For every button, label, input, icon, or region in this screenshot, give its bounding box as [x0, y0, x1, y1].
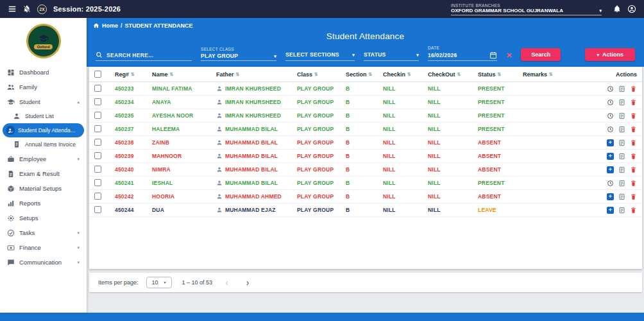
sidebar-item-tasks[interactable]: Tasks▾ [0, 225, 87, 240]
remarks-icon[interactable] [618, 112, 625, 119]
remarks-icon[interactable] [618, 153, 625, 160]
sidebar-item-student[interactable]: Student▴ [0, 94, 87, 109]
calendar-icon[interactable] [489, 51, 497, 59]
search-field[interactable] [96, 51, 192, 61]
sidebar-item-employee[interactable]: Employee▾ [0, 152, 87, 166]
search-button[interactable]: Search [521, 48, 561, 61]
delete-icon[interactable] [630, 139, 637, 146]
column-header-checkout[interactable]: CheckOut⇅ [428, 71, 478, 78]
table-row[interactable]: 450235AYESHA NOORIMRAN KHURSHEEDPLAY GRO… [89, 109, 642, 123]
sidebar-item-setups[interactable]: Setups [0, 211, 87, 225]
delete-icon[interactable] [630, 99, 637, 106]
add-attendance-icon[interactable]: + [607, 166, 614, 173]
table-row[interactable]: 450233MINAL FATIMAIMRAN KHURSHEEDPLAY GR… [89, 82, 642, 96]
institute-branch-select[interactable]: INSTITUTE BRANCHES OXFORD GRAMMAR SCHOOL… [451, 3, 602, 15]
row-checkbox[interactable] [94, 98, 101, 105]
remarks-icon[interactable] [618, 166, 625, 173]
delete-icon[interactable] [630, 153, 637, 160]
sidebar-item-student-daily-attendance[interactable]: Student Daily Attendance [3, 123, 84, 137]
sidebar-item-annual-items-invoice[interactable]: Annual Items Invoice [0, 137, 87, 152]
table-row[interactable]: 450234ANAYAIMRAN KHURSHEEDPLAY GROUPBNIL… [89, 96, 642, 109]
column-header-remarks[interactable]: Remarks⇅ [523, 71, 573, 78]
delete-icon[interactable] [630, 193, 637, 200]
add-attendance-icon[interactable]: + [607, 207, 614, 214]
row-checkbox[interactable] [94, 193, 101, 200]
column-header-father[interactable]: Father⇅ [216, 71, 297, 78]
row-checkbox[interactable] [94, 85, 101, 92]
next-page-button[interactable]: › [241, 277, 255, 288]
column-header-reg[interactable]: Reg#⇅ [115, 71, 152, 78]
column-header-section[interactable]: Section⇅ [346, 71, 383, 78]
remarks-icon[interactable] [618, 99, 625, 106]
person-icon [216, 166, 223, 173]
cell-class: PLAY GROUP [297, 180, 346, 186]
account-icon[interactable] [627, 4, 636, 13]
column-header-checkin[interactable]: Checkin⇅ [383, 71, 428, 78]
sidebar-item-material-setups[interactable]: Material Setups [0, 181, 87, 196]
table-row[interactable]: 450237HALEEMAMUHAMMAD BILALPLAY GROUPBNI… [89, 123, 642, 136]
table-row[interactable]: 450242HOORIAMUHAMMAD AHMEDPLAY GROUPBNIL… [89, 190, 642, 204]
class-select[interactable]: SELECT CLASS PLAY GROUP ▾ [201, 47, 276, 61]
table-row[interactable]: 450244DUAMUHAMMAD EJAZPLAY GROUPBNILLNIL… [89, 204, 642, 217]
table-row[interactable]: 450238ZAINBMUHAMMAD BILALPLAY GROUPBNILL… [89, 136, 642, 150]
status-select[interactable]: STATUS ▾ [364, 51, 419, 61]
add-attendance-icon[interactable]: + [607, 153, 614, 160]
remarks-icon[interactable] [618, 139, 625, 146]
row-checkbox[interactable] [94, 166, 101, 173]
delete-icon[interactable] [630, 112, 637, 119]
search-input[interactable] [106, 52, 192, 58]
history-icon[interactable] [607, 85, 614, 92]
history-icon[interactable] [607, 180, 614, 187]
table-row[interactable]: 450240NIMRAMUHAMMAD BILALPLAY GROUPBNILL… [89, 163, 642, 177]
page-title: Student Attendance [93, 31, 638, 41]
select-all-checkbox[interactable] [94, 71, 101, 78]
delete-icon[interactable] [630, 126, 637, 133]
items-per-page-select[interactable]: 10 ▾ [146, 277, 172, 288]
remarks-icon[interactable] [618, 193, 625, 200]
column-header-status[interactable]: Status⇅ [478, 71, 523, 78]
sidebar-item-family[interactable]: Family [0, 80, 87, 94]
table-row[interactable]: 450241IESHALMUHAMMAD BILALPLAY GROUPBNIL… [89, 177, 642, 190]
delete-icon[interactable] [630, 180, 637, 187]
history-icon[interactable] [607, 126, 614, 133]
table-row[interactable]: 450239MAHNOORMUHAMMAD BILALPLAY GROUPBNI… [89, 150, 642, 163]
row-checkbox[interactable] [94, 152, 101, 159]
breadcrumb-home[interactable]: Home [102, 22, 118, 29]
date-field[interactable]: DATE 16/02/2026 [428, 46, 497, 61]
delete-icon[interactable] [630, 207, 637, 214]
cell-status: PRESENT [478, 99, 523, 105]
row-checkbox[interactable] [94, 139, 101, 146]
home-icon[interactable] [93, 22, 99, 29]
remarks-icon[interactable] [618, 207, 625, 214]
row-checkbox[interactable] [94, 179, 101, 186]
remarks-icon[interactable] [618, 126, 625, 133]
remarks-icon[interactable] [618, 180, 625, 187]
sidebar-item-exam-result[interactable]: Exam & Result [0, 166, 87, 181]
history-icon[interactable] [607, 112, 614, 119]
sidebar-item-finance[interactable]: Finance▾ [0, 240, 87, 255]
add-attendance-icon[interactable]: + [607, 139, 614, 146]
history-icon[interactable] [607, 99, 614, 106]
bell-icon[interactable] [613, 5, 621, 13]
remarks-icon[interactable] [618, 85, 625, 92]
cell-class: PLAY GROUP [297, 126, 346, 132]
row-checkbox[interactable] [94, 125, 101, 132]
cell-father: IMRAN KHURSHEED [216, 85, 297, 92]
sidebar-item-reports[interactable]: Reports [0, 196, 87, 211]
menu-icon[interactable] [8, 4, 17, 13]
column-header-name[interactable]: Name⇅ [152, 71, 216, 78]
column-header-class[interactable]: Class⇅ [297, 71, 346, 78]
add-attendance-icon[interactable]: + [607, 193, 614, 200]
notifications-off-icon[interactable] [23, 5, 31, 13]
sections-select[interactable]: SELECT SECTIONS ▾ [285, 51, 355, 61]
row-checkbox[interactable] [94, 112, 101, 119]
delete-icon[interactable] [630, 166, 637, 173]
clear-filters-icon[interactable]: ✕ [506, 51, 512, 60]
sidebar-item-student-list[interactable]: Student List [0, 109, 87, 123]
sidebar-item-communication[interactable]: Communication▾ [0, 255, 87, 270]
actions-button[interactable]: ▾ Actions [585, 48, 635, 61]
delete-icon[interactable] [630, 85, 637, 92]
row-checkbox[interactable] [94, 206, 101, 213]
sidebar-item-dashboard[interactable]: Dashboard [0, 65, 87, 80]
prev-page-button[interactable]: ‹ [220, 277, 233, 288]
